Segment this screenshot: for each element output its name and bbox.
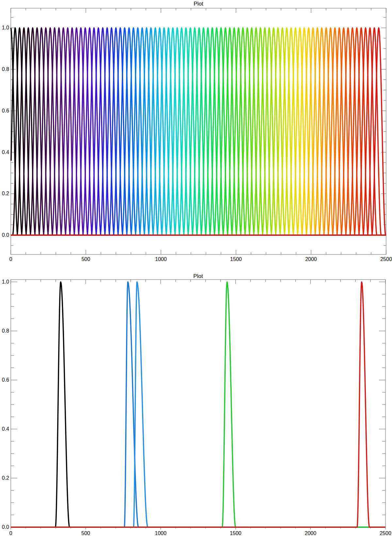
y-tick-label: 0.4 xyxy=(2,426,9,432)
bottom-plot-canvas: 050010001500200025000.00.20.40.60.81.0 P… xyxy=(0,265,392,536)
y-tick-label: 0.2 xyxy=(2,191,9,196)
band-curve xyxy=(11,282,385,527)
plots-page: 050010001500200025000.00.20.40.60.81.0 P… xyxy=(0,0,392,536)
x-tick-label: 1500 xyxy=(230,256,242,262)
y-tick-label: 0.6 xyxy=(2,108,9,113)
top-plot: 050010001500200025000.00.20.40.60.81.0 P… xyxy=(0,0,392,265)
axes-bottom: 050010001500200025000.00.20.40.60.81.0 xyxy=(2,279,391,536)
y-tick-label: 0.2 xyxy=(2,475,9,481)
x-tick-label: 2000 xyxy=(305,530,317,536)
x-tick-label: 500 xyxy=(81,530,90,536)
y-tick-label: 0.8 xyxy=(2,328,9,334)
y-tick-label: 0.0 xyxy=(2,524,9,530)
y-tick-label: 0.8 xyxy=(2,66,9,72)
x-tick-label: 0 xyxy=(9,256,12,262)
x-tick-label: 2500 xyxy=(380,530,391,536)
y-tick-label: 1.0 xyxy=(2,25,9,30)
x-tick-label: 1500 xyxy=(230,530,241,536)
x-tick-label: 2500 xyxy=(380,256,392,262)
curves-top xyxy=(11,28,386,235)
y-tick-label: 0.4 xyxy=(2,149,9,155)
top-plot-canvas: 050010001500200025000.00.20.40.60.81.0 P… xyxy=(0,0,392,265)
y-tick-label: 0.0 xyxy=(2,232,9,238)
bottom-plot: 050010001500200025000.00.20.40.60.81.0 P… xyxy=(0,265,392,536)
x-tick-label: 500 xyxy=(81,256,90,262)
x-tick-label: 1000 xyxy=(155,256,167,262)
x-tick-label: 1000 xyxy=(155,530,167,536)
curves-bottom xyxy=(11,282,385,527)
y-tick-label: 0.6 xyxy=(2,377,9,383)
y-tick-label: 1.0 xyxy=(2,279,9,285)
chart-title: Plot xyxy=(194,1,204,7)
x-tick-label: 2000 xyxy=(305,256,317,262)
x-tick-label: 0 xyxy=(9,530,12,536)
chart-title: Plot xyxy=(193,273,203,279)
